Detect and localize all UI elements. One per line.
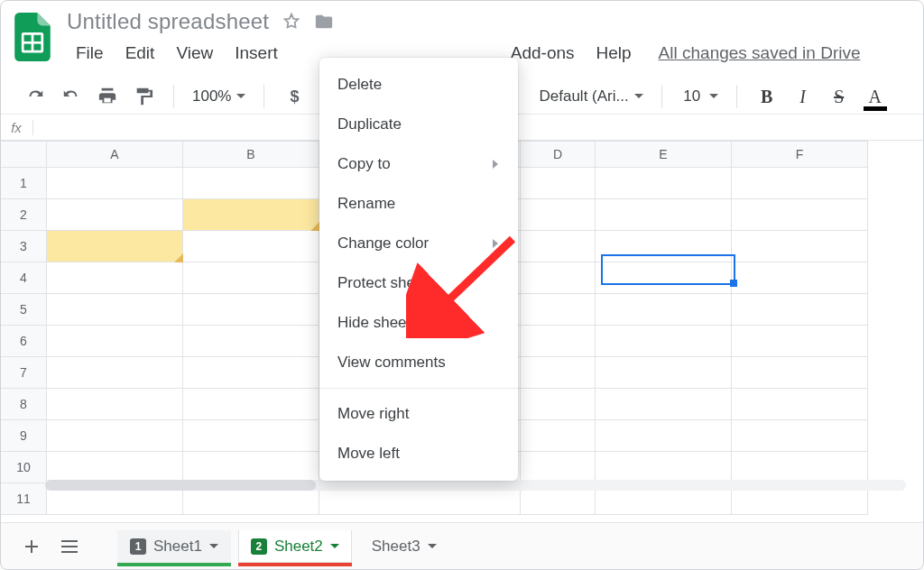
context-copy-to-label: Copy to <box>337 155 391 173</box>
context-duplicate-label: Duplicate <box>337 115 402 133</box>
sheet-context-menu: Delete Duplicate Copy to Rename Change c… <box>319 58 518 481</box>
context-delete-label: Delete <box>337 76 382 94</box>
scrollbar-thumb[interactable] <box>45 480 316 491</box>
sheet2-label: Sheet2 <box>274 538 323 556</box>
undo-button[interactable] <box>23 85 47 108</box>
sheet1-badge: 1 <box>130 538 146 555</box>
save-status[interactable]: All changes saved in Drive <box>659 43 861 63</box>
sheet3-label: Sheet3 <box>372 538 420 556</box>
row-header-11[interactable]: 11 <box>1 483 47 515</box>
row-header-8[interactable]: 8 <box>1 389 47 420</box>
chevron-down-icon <box>634 92 643 101</box>
bold-button[interactable]: B <box>755 85 779 108</box>
submenu-arrow-icon <box>491 160 500 169</box>
context-copy-to[interactable]: Copy to <box>319 144 518 184</box>
print-button[interactable] <box>96 85 119 108</box>
context-move-right[interactable]: Move right <box>319 394 518 434</box>
zoom-select[interactable]: 100% <box>192 87 245 106</box>
context-divider <box>319 388 518 389</box>
column-header-a[interactable]: A <box>47 142 183 168</box>
select-all-corner[interactable] <box>1 142 47 168</box>
sheet2-badge: 2 <box>251 538 267 555</box>
italic-button[interactable]: I <box>791 85 815 108</box>
context-change-color[interactable]: Change color <box>319 224 518 263</box>
cell-b2[interactable] <box>183 199 319 231</box>
chevron-down-icon <box>709 92 718 101</box>
text-color-button[interactable]: A <box>864 85 887 108</box>
submenu-arrow-icon <box>491 239 500 248</box>
row-header-5[interactable]: 5 <box>1 294 47 326</box>
context-view-comments-label: View comments <box>337 354 446 372</box>
sheet-tab-2[interactable]: 2 Sheet2 <box>238 530 352 563</box>
horizontal-scrollbar[interactable] <box>45 480 906 491</box>
column-header-d[interactable]: D <box>521 142 596 168</box>
menu-insert[interactable]: Insert <box>226 40 287 67</box>
column-header-b[interactable]: B <box>183 142 319 168</box>
font-name: Default (Ari... <box>539 87 628 106</box>
all-sheets-button[interactable] <box>54 531 85 562</box>
context-protect-sheet[interactable]: Protect sheet <box>319 263 518 303</box>
row-header-4[interactable]: 4 <box>1 262 47 294</box>
folder-icon[interactable] <box>314 12 334 32</box>
cell-e4[interactable] <box>596 262 732 294</box>
row-header-1[interactable]: 1 <box>1 168 47 199</box>
sheet-tab-bar: 1 Sheet1 2 Sheet2 Sheet3 <box>0 522 924 570</box>
sheet-tab-1[interactable]: 1 Sheet1 <box>117 530 231 563</box>
chevron-down-icon[interactable] <box>428 542 437 551</box>
context-duplicate[interactable]: Duplicate <box>319 105 518 144</box>
text-color-letter: A <box>868 87 881 107</box>
context-view-comments[interactable]: View comments <box>319 343 518 382</box>
font-select[interactable]: Default (Ari... <box>539 87 642 106</box>
row-header-3[interactable]: 3 <box>1 231 47 262</box>
menu-edit[interactable]: Edit <box>116 40 164 67</box>
redo-button[interactable] <box>60 85 83 108</box>
context-rename-label: Rename <box>337 195 395 213</box>
sheet2-color-indicator <box>238 563 352 566</box>
context-protect-sheet-label: Protect sheet <box>337 274 428 292</box>
row-header-6[interactable]: 6 <box>1 326 47 357</box>
row-header-7[interactable]: 7 <box>1 357 47 389</box>
chevron-down-icon[interactable] <box>209 542 218 551</box>
menu-view[interactable]: View <box>167 40 222 67</box>
context-move-right-label: Move right <box>337 405 409 423</box>
currency-button[interactable]: $ <box>282 85 306 108</box>
add-sheet-button[interactable] <box>16 531 47 562</box>
cell-a3[interactable] <box>47 231 183 262</box>
font-size-value: 10 <box>680 87 704 106</box>
paint-format-button[interactable] <box>132 85 155 108</box>
chevron-down-icon[interactable] <box>330 542 339 551</box>
row-header-2[interactable]: 2 <box>1 199 47 231</box>
context-rename[interactable]: Rename <box>319 184 518 224</box>
sheet1-color-indicator <box>117 563 231 566</box>
context-delete[interactable]: Delete <box>319 65 518 105</box>
zoom-value: 100% <box>192 87 231 106</box>
row-header-9[interactable]: 9 <box>1 420 47 452</box>
context-move-left-label: Move left <box>337 445 400 463</box>
context-hide-sheet-label: Hide sheet <box>337 314 411 332</box>
context-move-left[interactable]: Move left <box>319 434 518 473</box>
font-size-select[interactable]: 10 <box>680 87 718 106</box>
row-header-10[interactable]: 10 <box>1 452 47 483</box>
document-title[interactable]: Untitled spreadsheet <box>67 9 269 34</box>
sheets-logo-icon <box>14 13 51 61</box>
column-header-f[interactable]: F <box>732 142 868 168</box>
sheet-tab-3[interactable]: Sheet3 <box>359 530 449 563</box>
column-header-e[interactable]: E <box>596 142 732 168</box>
menu-help[interactable]: Help <box>587 40 641 67</box>
strikethrough-button[interactable]: S <box>827 85 851 108</box>
chevron-down-icon <box>236 92 245 101</box>
sheet1-label: Sheet1 <box>153 538 202 556</box>
context-hide-sheet[interactable]: Hide sheet <box>319 303 518 343</box>
star-icon[interactable] <box>282 12 301 32</box>
context-change-color-label: Change color <box>337 234 429 253</box>
fx-label: fx <box>0 120 33 135</box>
menu-file[interactable]: File <box>67 40 113 67</box>
